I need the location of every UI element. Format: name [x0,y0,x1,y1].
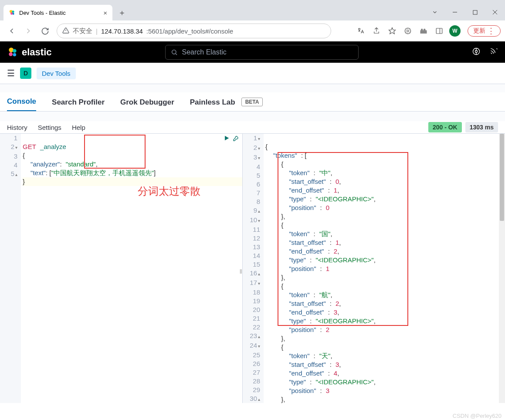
svg-marker-23 [225,136,229,141]
dev-tools-tabs: Console Search Profiler Grok Debugger Pa… [0,92,505,112]
response-gutter: 1▾2▾3▾4 5 6 7 8 9▴10▾11 12 13 14 15 16▴1… [243,134,264,403]
browser-chrome: Dev Tools - Elastic × ＋ 不安全 | 124.70.138… [0,0,505,41]
svg-rect-5 [473,10,477,14]
request-code[interactable]: GET _analyze { "analyzer": "standard", "… [21,134,242,403]
toolbar-help[interactable]: Help [72,124,85,131]
star-icon[interactable] [386,25,398,37]
url-field[interactable]: 不安全 | 124.70.138.34:5601/app/dev_tools#/… [57,24,331,38]
tab-bar: Dev Tools - Elastic × ＋ [0,0,505,20]
annotation-box-response [278,152,408,326]
forward-button[interactable] [21,24,36,38]
tab-close-icon[interactable]: × [103,9,107,17]
elastic-logo-icon [9,9,16,16]
svg-point-16 [13,53,17,56]
newsfeed-icon[interactable] [489,47,498,58]
svg-point-17 [172,50,176,54]
svg-point-2 [10,12,13,14]
elastic-header: elastic Search Elastic [0,41,505,63]
request-gutter: 1 2▾3 4 5▴ [0,134,21,403]
breadcrumb-devtools[interactable]: Dev Tools [37,68,76,79]
extension1-icon[interactable] [402,25,413,37]
reload-button[interactable] [37,24,52,38]
menu-toggle-icon[interactable]: ☰ [7,68,15,78]
tab-search-profiler[interactable]: Search Profiler [52,98,105,111]
window-close-icon[interactable] [485,4,505,20]
tab-grok-debugger[interactable]: Grok Debugger [120,98,174,111]
global-search[interactable]: Search Elastic [165,45,359,60]
svg-line-18 [176,54,177,55]
sub-header: ☰ D Dev Tools [0,63,505,84]
svg-point-20 [475,50,478,52]
annotation-text: 分词太过零散 [138,184,200,198]
editor-area: 1 2▾3 4 5▴ GET _analyze { "analyzer": "s… [0,133,505,403]
security-text: 不安全 [73,27,92,35]
sidebar-icon[interactable] [434,25,445,37]
help-icon[interactable] [472,47,481,58]
annotation-box-request [84,135,146,169]
window-minimize-icon[interactable] [445,4,465,20]
response-pane[interactable]: 1▾2▾3▾4 5 6 7 8 9▴10▾11 12 13 14 15 16▴1… [243,134,505,403]
share-icon[interactable] [371,25,382,37]
send-request-icon[interactable] [223,135,230,143]
window-dropdown-icon[interactable] [425,4,445,20]
insecure-icon [62,27,69,35]
console-toolbar: History Settings Help 200 - OK 1303 ms [0,121,505,133]
response-scrollbar[interactable] [499,134,505,403]
update-button[interactable]: 更新⋮ [468,25,501,37]
elastic-logo[interactable]: elastic [7,47,52,58]
response-time: 1303 ms [465,122,498,132]
profile-badge[interactable]: W [449,25,461,37]
toolbar-settings[interactable]: Settings [38,124,61,131]
svg-point-15 [9,52,13,56]
watermark: CSDN @Perley620 [453,413,502,419]
request-pane[interactable]: 1 2▾3 4 5▴ GET _analyze { "analyzer": "s… [0,134,242,403]
browser-tab[interactable]: Dev Tools - Elastic × [3,5,112,20]
url-path: :5601/app/dev_tools#/console [146,27,233,35]
elastic-logo-text: elastic [22,47,52,58]
svg-point-10 [407,30,409,32]
extensions-icon[interactable] [418,25,429,37]
beta-badge: BETA [241,98,263,106]
toolbar-history[interactable]: History [7,124,27,131]
search-placeholder: Search Elastic [182,48,227,56]
window-controls [425,4,505,20]
request-actions [223,135,240,143]
tab-painless-lab[interactable]: Painless Lab [190,98,235,111]
tab-title: Dev Tools - Elastic [19,10,66,16]
window-maximize-icon[interactable] [465,4,485,20]
svg-rect-11 [436,28,442,34]
new-tab-button[interactable]: ＋ [116,7,128,19]
svg-marker-8 [389,28,396,34]
url-host: 124.70.138.34 [101,27,143,35]
address-bar: 不安全 | 124.70.138.34:5601/app/dev_tools#/… [0,20,505,41]
svg-point-14 [13,49,17,53]
back-button[interactable] [4,24,19,38]
mode-badge: D [20,68,31,79]
svg-point-3 [13,13,14,15]
tab-console[interactable]: Console [7,97,36,111]
response-status: 200 - OK [428,122,462,132]
wrench-icon[interactable] [233,135,240,143]
translate-icon[interactable] [355,25,366,37]
